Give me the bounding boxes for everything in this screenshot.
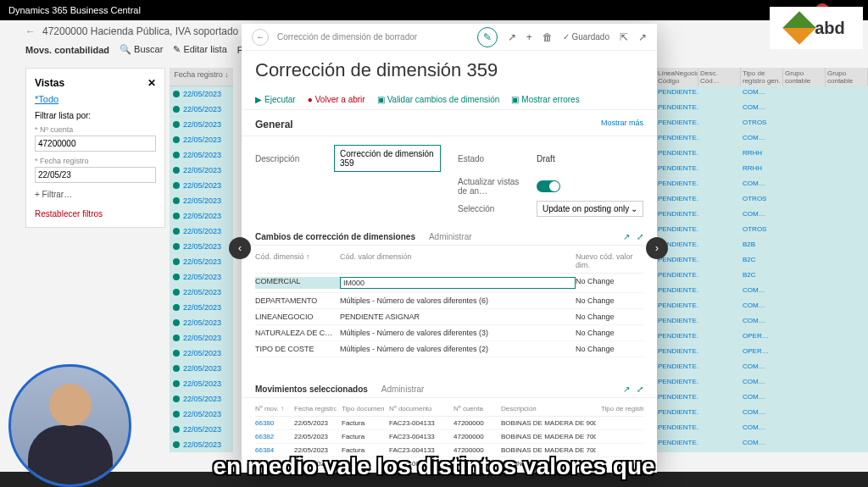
table-row[interactable]: PENDIENTE…COM… (656, 391, 868, 407)
new-icon[interactable]: + (526, 31, 532, 43)
table-row[interactable]: PENDIENTE…COM… (656, 300, 868, 315)
date-row[interactable]: 22/05/2023 (170, 193, 233, 208)
date-row[interactable]: 22/05/2023 (170, 239, 233, 254)
selection-dropdown[interactable]: Update on posting only⌄ (537, 201, 643, 217)
column-header[interactable]: Descripción (501, 405, 596, 412)
date-row[interactable]: 22/05/2023 (170, 132, 233, 147)
back-arrow-icon[interactable]: ← (25, 25, 36, 37)
column-header[interactable]: Cód. valor dimensión (340, 252, 576, 269)
manage-mov-tab[interactable]: Administrar (381, 385, 425, 394)
date-row[interactable]: 22/05/2023 (170, 163, 233, 178)
edit-list-action[interactable]: ✎ Editar lista (173, 44, 226, 55)
breadcrumb[interactable]: ← 47200000 Hacienda Pública, IVA soporta… (25, 25, 238, 37)
share-mov-icon[interactable]: ↗ (623, 385, 630, 394)
modal-back-button[interactable]: ← (252, 29, 269, 46)
date-row[interactable]: 22/05/2023 (170, 254, 233, 269)
date-row[interactable]: 22/05/2023 (170, 102, 233, 117)
date-row[interactable]: 22/05/2023 (170, 407, 233, 422)
date-row[interactable]: 22/05/2023 (170, 269, 233, 285)
table-row[interactable]: PENDIENTE…COM… (656, 208, 868, 224)
add-filter-button[interactable]: + Filtrar… (35, 190, 156, 199)
show-more-link[interactable]: Mostrar más (601, 119, 643, 130)
reset-filters-button[interactable]: Restablecer filtros (35, 209, 156, 219)
table-row[interactable]: PENDIENTE…COM… (656, 361, 868, 376)
date-row[interactable]: 22/05/2023 (170, 376, 233, 391)
date-row[interactable]: 22/05/2023 (170, 391, 233, 407)
table-row[interactable]: PENDIENTE…RRHH (656, 147, 868, 163)
edit-mode-icon[interactable]: ✎ (477, 27, 498, 47)
table-row[interactable]: PENDIENTE…OTROS (656, 224, 868, 239)
manage-tab[interactable]: Administrar (429, 232, 472, 241)
date-row[interactable]: 22/05/2023 (170, 208, 233, 224)
column-header[interactable]: Nº cuenta (453, 405, 496, 412)
expand-icon[interactable]: ↗ (638, 31, 647, 43)
table-row[interactable]: PENDIENTE…COM… (656, 102, 868, 117)
dimension-row[interactable]: NATURALEZA DE C…Múltiples - Número de va… (255, 325, 643, 341)
prev-record-button[interactable]: ‹ (229, 237, 251, 259)
table-row[interactable]: PENDIENTE…OPER… (656, 330, 868, 346)
dimension-row[interactable]: COMERCIALIM000No Change (255, 274, 643, 293)
view-all-link[interactable]: *Todo (35, 94, 156, 104)
column-header[interactable]: Tipo documento (342, 405, 384, 412)
validate-action[interactable]: ▣ Validar cambios de dimensión (377, 95, 500, 104)
column-header[interactable]: Nuevo cód. valor dim. (576, 252, 643, 269)
date-row[interactable]: 22/05/2023 (170, 315, 233, 330)
date-row[interactable]: 22/05/2023 (170, 86, 233, 102)
column-header[interactable]: Nº mov. ↑ (255, 405, 289, 412)
column-header[interactable]: Cód. dimensió ↑ (255, 252, 340, 269)
date-row[interactable]: 22/05/2023 (170, 422, 233, 437)
dim-changes-tab[interactable]: Cambios de corrección de dimensiones (255, 232, 415, 241)
date-row[interactable]: 22/05/2023 (170, 346, 233, 361)
column-header[interactable]: Desc. Cód… (698, 68, 741, 86)
expand-mov-icon[interactable]: ⤢ (637, 385, 643, 394)
update-views-toggle[interactable] (537, 180, 560, 192)
table-row[interactable]: PENDIENTE…OTROS (656, 117, 868, 132)
table-row[interactable]: PENDIENTE…COM… (656, 86, 868, 102)
column-header[interactable]: Tipo de registro ge… (601, 405, 643, 412)
table-row[interactable]: PENDIENTE…COM… (656, 315, 868, 330)
table-row[interactable]: PENDIENTE…OTROS (656, 193, 868, 208)
delete-icon[interactable]: 🗑 (542, 31, 553, 43)
column-header[interactable]: Grupo contable neg. gen. (783, 68, 826, 86)
next-record-button[interactable]: › (646, 237, 668, 259)
table-row[interactable]: PENDIENTE…COM… (656, 376, 868, 391)
dimension-row[interactable]: DEPARTAMENTOMúltiples - Número de valore… (255, 293, 643, 309)
movement-row[interactable]: 6638222/05/2023FacturaFAC23-004133472000… (255, 430, 643, 444)
date-input[interactable] (35, 167, 156, 183)
date-row[interactable]: 22/05/2023 (170, 147, 233, 163)
table-row[interactable]: PENDIENTE…COM… (656, 178, 868, 193)
reopen-action[interactable]: ● Volver a abrir (308, 95, 365, 104)
table-row[interactable]: PENDIENTE…COM… (656, 437, 868, 452)
selected-movements-tab[interactable]: Movimientos seleccionados (255, 385, 368, 394)
column-header[interactable]: LíneaNegocio Código (656, 68, 698, 86)
table-row[interactable]: PENDIENTE…OPER… (656, 346, 868, 361)
close-filter-icon[interactable]: ✕ (147, 77, 156, 89)
share-icon[interactable]: ↗ (508, 31, 516, 43)
date-row[interactable]: 22/05/2023 (170, 224, 233, 239)
column-header[interactable]: Fecha registro (294, 405, 337, 412)
column-header[interactable]: Nº documento (389, 405, 448, 412)
date-row[interactable]: 22/05/2023 (170, 178, 233, 193)
description-input[interactable]: Corrección de dimensión 359 (334, 145, 441, 172)
expand-section-icon[interactable]: ⤢ (637, 232, 643, 241)
table-row[interactable]: PENDIENTE…COM… (656, 407, 868, 422)
date-row[interactable]: 22/05/2023 (170, 361, 233, 376)
search-action[interactable]: 🔍 Buscar (120, 44, 163, 55)
date-row[interactable]: 22/05/2023 (170, 285, 233, 300)
table-row[interactable]: PENDIENTE…COM… (656, 422, 868, 437)
popout-icon[interactable]: ⇱ (620, 31, 628, 43)
table-row[interactable]: PENDIENTE…B2C (656, 254, 868, 269)
share-section-icon[interactable]: ↗ (623, 232, 630, 241)
table-row[interactable]: PENDIENTE…RRHH (656, 163, 868, 178)
table-row[interactable]: PENDIENTE…COM… (656, 132, 868, 147)
table-row[interactable]: PENDIENTE…COM… (656, 285, 868, 300)
date-row[interactable]: 22/05/2023 (170, 300, 233, 315)
table-row[interactable]: PENDIENTE…B2C (656, 269, 868, 285)
column-header[interactable]: Grupo contable prod. gen. (826, 68, 868, 86)
date-column-header[interactable]: Fecha registro ↓ (170, 68, 233, 86)
account-input[interactable] (35, 136, 156, 152)
run-action[interactable]: ▶ Ejecutar (255, 95, 296, 104)
date-row[interactable]: 22/05/2023 (170, 117, 233, 132)
date-row[interactable]: 22/05/2023 (170, 437, 233, 452)
movement-row[interactable]: 6638022/05/2023FacturaFAC23-004133472000… (255, 417, 643, 430)
